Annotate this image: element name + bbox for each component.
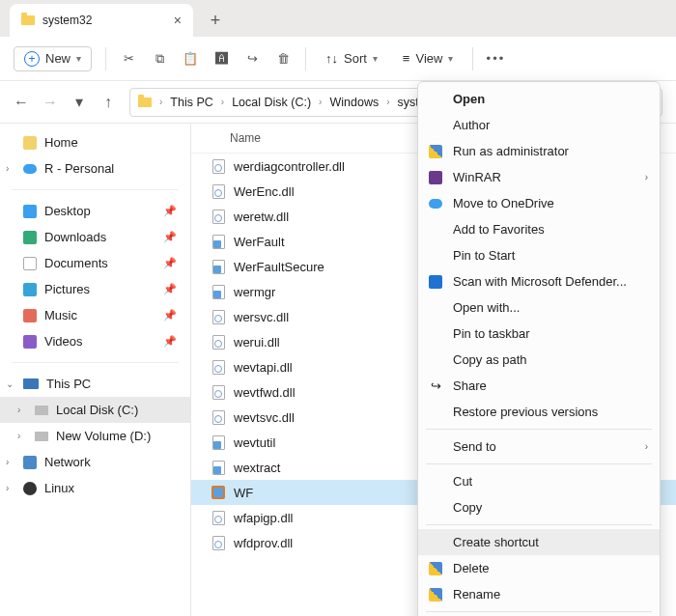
exe-icon: [211, 434, 226, 450]
cm-label: Delete: [453, 561, 490, 575]
cm-label: Copy as path: [453, 352, 527, 367]
cloud-icon: [429, 199, 442, 209]
window-tab[interactable]: system32 ×: [10, 4, 193, 37]
chevron-right-icon: ›: [645, 172, 648, 182]
dll-icon: [211, 409, 226, 425]
chevron-right-icon[interactable]: ›: [6, 163, 9, 174]
sidebar-linux[interactable]: › Linux: [0, 475, 190, 501]
sidebar-downloads[interactable]: Downloads 📌: [0, 224, 190, 250]
view-label: View: [415, 51, 442, 66]
cut-icon[interactable]: ✂: [120, 50, 137, 68]
dll-icon: [211, 209, 226, 224]
new-button[interactable]: + New ▾: [14, 46, 92, 71]
share-icon[interactable]: ↪: [243, 50, 261, 68]
sidebar-drive-d[interactable]: › New Volume (D:): [0, 423, 190, 449]
cm-label: Rename: [453, 587, 500, 602]
music-icon: [23, 309, 37, 322]
cm-copy-path[interactable]: Copy as path: [418, 347, 660, 373]
shield-icon: [429, 275, 442, 289]
plus-icon: +: [24, 51, 40, 67]
cm-pin-taskbar[interactable]: Pin to taskbar: [418, 321, 660, 347]
cm-winrar[interactable]: WinRAR›: [418, 164, 660, 190]
sidebar-music[interactable]: Music 📌: [0, 302, 190, 328]
cm-run-admin[interactable]: Run as administrator: [418, 138, 660, 164]
network-icon: [23, 456, 37, 469]
cm-label: Restore previous versions: [453, 405, 598, 419]
cm-cut[interactable]: Cut: [418, 468, 660, 494]
sidebar-home[interactable]: Home: [0, 129, 190, 155]
pin-icon: 📌: [163, 283, 177, 295]
cm-author[interactable]: Author: [418, 112, 660, 138]
chevron-down-icon[interactable]: ⌄: [6, 378, 14, 389]
cm-defender[interactable]: Scan with Microsoft Defender...: [418, 268, 660, 294]
new-label: New: [45, 51, 70, 66]
copy-icon[interactable]: ⧉: [151, 50, 168, 68]
sidebar-videos[interactable]: Videos 📌: [0, 328, 190, 354]
cm-label: Pin to taskbar: [453, 326, 530, 341]
back-button[interactable]: ←: [14, 94, 29, 111]
cm-onedrive[interactable]: Move to OneDrive: [418, 190, 660, 216]
chevron-right-icon: ›: [319, 97, 322, 107]
exe-icon: [211, 284, 226, 299]
cm-send-to[interactable]: Send to›: [418, 434, 660, 460]
sidebar-personal[interactable]: › R - Personal: [0, 155, 190, 182]
paste-icon[interactable]: 📋: [182, 50, 199, 68]
file-name: wfdprov.dll: [234, 536, 293, 550]
shield-icon: [429, 562, 442, 575]
sort-button[interactable]: ↑↓ Sort ▾: [320, 47, 383, 70]
close-tab-icon[interactable]: ×: [174, 13, 182, 28]
cm-create-shortcut[interactable]: Create shortcut: [418, 529, 660, 555]
cm-label: Share: [453, 378, 487, 393]
rename-icon[interactable]: 🅰: [212, 50, 230, 68]
crumb[interactable]: This PC: [170, 96, 212, 109]
sidebar-network[interactable]: › Network: [0, 449, 190, 475]
cm-label: Pin to Start: [453, 248, 515, 263]
file-name: werdiagcontroller.dll: [234, 159, 345, 174]
cm-pin-start[interactable]: Pin to Start: [418, 242, 660, 268]
dll-icon: [211, 334, 226, 350]
chevron-right-icon[interactable]: ›: [17, 431, 20, 441]
sidebar-documents[interactable]: Documents 📌: [0, 250, 190, 276]
cm-label: Author: [453, 118, 490, 132]
view-button[interactable]: ≡ View ▾: [397, 47, 460, 70]
chevron-right-icon[interactable]: ›: [6, 457, 9, 467]
cm-label: Move to OneDrive: [453, 196, 554, 210]
file-name: wersvc.dll: [234, 310, 289, 324]
cm-delete[interactable]: Delete: [418, 555, 660, 581]
chevron-right-icon[interactable]: ›: [6, 483, 9, 493]
crumb[interactable]: Local Disk (C:): [232, 96, 311, 109]
sidebar-label: Documents: [44, 256, 108, 270]
cm-copy[interactable]: Copy: [418, 494, 660, 520]
crumb[interactable]: Windows: [329, 96, 379, 109]
history-button[interactable]: ▾: [71, 93, 87, 111]
file-name: wevtfwd.dll: [234, 385, 296, 400]
cm-label: Add to Favorites: [453, 222, 545, 237]
disk-icon: [35, 432, 48, 441]
sidebar-thispc[interactable]: ⌄ This PC: [0, 371, 190, 397]
sidebar-desktop[interactable]: Desktop 📌: [0, 198, 190, 224]
cm-label: Open: [453, 92, 485, 106]
sidebar-pictures[interactable]: Pictures 📌: [0, 276, 190, 302]
sidebar-drive-c[interactable]: › Local Disk (C:): [0, 397, 190, 423]
cm-open-with[interactable]: Open with...: [418, 294, 660, 321]
sidebar-label: Music: [44, 308, 77, 322]
exe-icon: [211, 234, 226, 249]
share-icon: ↪: [428, 378, 443, 394]
cm-restore[interactable]: Restore previous versions: [418, 399, 660, 425]
up-button[interactable]: ↑: [100, 94, 116, 111]
more-button[interactable]: •••: [487, 50, 504, 68]
desktop-icon: [23, 205, 37, 218]
chevron-down-icon: ▾: [448, 53, 453, 64]
delete-icon[interactable]: 🗑: [274, 50, 292, 68]
new-tab-button[interactable]: +: [199, 4, 232, 37]
cm-open[interactable]: Open: [418, 86, 660, 112]
cm-favorites[interactable]: Add to Favorites: [418, 216, 660, 242]
chevron-right-icon: ›: [221, 97, 224, 107]
forward-button[interactable]: →: [42, 94, 58, 111]
cm-share[interactable]: ↪Share: [418, 373, 660, 399]
sort-icon: ↑↓: [325, 51, 338, 66]
chevron-right-icon[interactable]: ›: [17, 405, 20, 415]
cm-label: WinRAR: [453, 170, 501, 184]
cm-rename[interactable]: Rename: [418, 581, 660, 607]
downloads-icon: [23, 231, 37, 244]
